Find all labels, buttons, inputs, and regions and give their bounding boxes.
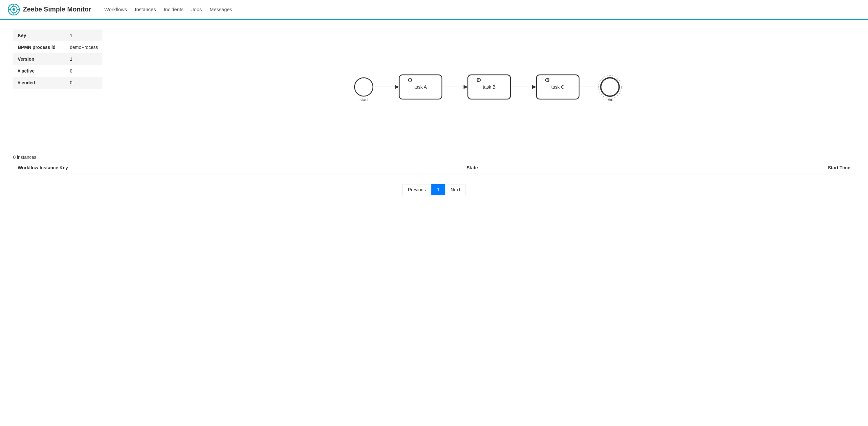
svg-point-26: [601, 78, 619, 96]
table-header-row: Workflow Instance Key State Start Time: [13, 162, 855, 174]
nav-incidents[interactable]: Incidents: [164, 6, 184, 12]
info-table: Key 1 BPMN process id demoProcess Versio…: [13, 30, 102, 89]
table-row: BPMN process id demoProcess: [13, 41, 102, 53]
svg-marker-20: [532, 85, 536, 89]
brand-logo: [8, 4, 20, 15]
nav-jobs[interactable]: Jobs: [191, 6, 202, 12]
svg-point-2: [12, 8, 15, 11]
instances-table: Workflow Instance Key State Start Time: [13, 162, 855, 174]
nav-links: Workflows Instances Incidents Jobs Messa…: [104, 6, 232, 12]
svg-marker-15: [464, 85, 468, 89]
svg-marker-10: [395, 85, 399, 89]
bpmn-diagram-area: start ⚙ task A ⚙ task B: [116, 30, 855, 141]
col-header-state: State: [462, 162, 616, 174]
brand: Zeebe Simple Monitor: [8, 4, 91, 15]
svg-point-7: [354, 78, 373, 96]
info-value: 0: [65, 77, 103, 89]
previous-button[interactable]: Previous: [402, 184, 431, 195]
info-key: BPMN process id: [13, 41, 65, 53]
nav-instances[interactable]: Instances: [135, 6, 156, 12]
info-value: 0: [65, 65, 103, 77]
svg-text:task B: task B: [483, 84, 496, 90]
svg-text:⚙: ⚙: [476, 77, 481, 84]
nav-workflows[interactable]: Workflows: [104, 6, 127, 12]
info-key: Key: [13, 30, 65, 41]
info-key: Version: [13, 53, 65, 65]
info-key: # active: [13, 65, 65, 77]
table-row: Key 1: [13, 30, 102, 41]
pagination: Previous 1 Next: [13, 184, 855, 205]
instances-count: 0 instances: [13, 151, 855, 162]
col-header-start-time: Start Time: [616, 162, 855, 174]
col-header-instance-key: Workflow Instance Key: [13, 162, 462, 174]
svg-text:start: start: [360, 97, 368, 102]
instances-section: 0 instances Workflow Instance Key State …: [13, 151, 855, 174]
page-1-button[interactable]: 1: [431, 184, 445, 195]
next-button[interactable]: Next: [445, 184, 466, 195]
table-row: # active 0: [13, 65, 102, 77]
table-row: # ended 0: [13, 77, 102, 89]
svg-text:task A: task A: [414, 84, 427, 90]
svg-text:⚙: ⚙: [407, 77, 413, 84]
svg-text:end: end: [606, 97, 614, 102]
nav-messages[interactable]: Messages: [210, 6, 232, 12]
bpmn-diagram: start ⚙ task A ⚙ task B: [338, 49, 633, 122]
main-content: Key 1 BPMN process id demoProcess Versio…: [0, 20, 868, 212]
navbar: Zeebe Simple Monitor Workflows Instances…: [0, 0, 868, 20]
info-key: # ended: [13, 77, 65, 89]
info-value: 1: [65, 53, 103, 65]
brand-title: Zeebe Simple Monitor: [23, 6, 91, 13]
info-value: demoProcess: [65, 41, 103, 53]
svg-text:task C: task C: [551, 84, 564, 90]
table-row: Version 1: [13, 53, 102, 65]
svg-text:⚙: ⚙: [545, 77, 550, 84]
info-value: 1: [65, 30, 103, 41]
